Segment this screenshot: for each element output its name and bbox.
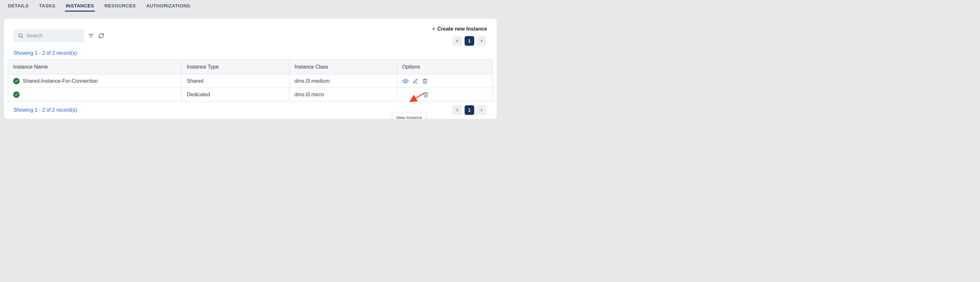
delete-icon[interactable] — [423, 92, 429, 98]
instance-class: dms.t3.medium — [290, 74, 397, 88]
page-next-button[interactable] — [477, 36, 487, 46]
page-number-1[interactable]: 1 — [465, 105, 474, 115]
pagination-bottom: 1 — [452, 105, 487, 115]
tab-bar: DETAILS TASKS INSTANCES RESOURCES AUTHOR… — [0, 0, 501, 11]
col-instance-name: Instance Name — [8, 59, 182, 74]
svg-line-1 — [22, 37, 22, 38]
plus-icon: + — [432, 26, 436, 32]
table-row: Dedicated dms.t3.micro — [8, 88, 493, 101]
col-instance-class: Instance Class — [290, 59, 397, 74]
tab-instances[interactable]: INSTANCES — [65, 3, 94, 11]
col-options: Options — [397, 59, 493, 74]
tab-authorizations[interactable]: AUTHORIZATIONS — [145, 3, 191, 11]
page-prev-button[interactable] — [452, 36, 462, 46]
search-icon — [18, 32, 24, 39]
page-number-1[interactable]: 1 — [465, 36, 474, 46]
status-ok-icon — [13, 91, 20, 98]
instance-type: Dedicated — [182, 88, 290, 101]
instance-type: Shared — [182, 74, 290, 88]
page-next-button[interactable] — [477, 105, 487, 115]
create-instance-button[interactable]: + Create new Instance — [430, 26, 489, 32]
pagination-top: 1 — [452, 36, 487, 46]
edit-icon[interactable] — [412, 78, 418, 84]
col-instance-type: Instance Type — [182, 59, 290, 74]
records-summary-bottom: Showing 1 - 2 of 2 record(s) — [13, 107, 77, 113]
status-ok-icon — [13, 78, 20, 84]
tab-details[interactable]: DETAILS — [7, 3, 29, 11]
instance-name: Shared-Instance-For-Connection — [23, 78, 98, 84]
instances-card: + Create new Instance 1 Showing 1 - 2 of… — [4, 19, 497, 119]
view-icon[interactable] — [402, 78, 409, 84]
svg-point-5 — [405, 80, 406, 82]
table-header-row: Instance Name Instance Type Instance Cla… — [8, 59, 493, 74]
instance-class: dms.t3.micro — [290, 88, 397, 101]
instances-table: Instance Name Instance Type Instance Cla… — [8, 59, 493, 101]
filter-icon[interactable] — [88, 32, 94, 39]
delete-icon[interactable] — [422, 78, 428, 84]
refresh-icon[interactable] — [98, 32, 105, 39]
view-instance-tooltip: View Instance — [393, 113, 425, 119]
search-input[interactable] — [24, 32, 80, 39]
page-prev-button[interactable] — [452, 105, 462, 115]
tab-tasks[interactable]: TASKS — [38, 3, 56, 11]
create-instance-label: Create new Instance — [437, 26, 487, 32]
tab-resources[interactable]: RESOURCES — [104, 3, 137, 11]
records-summary-top: Showing 1 - 2 of 2 record(s) — [4, 46, 497, 59]
search-box — [13, 29, 84, 42]
table-row: Shared-Instance-For-Connection Shared dm… — [8, 74, 493, 88]
